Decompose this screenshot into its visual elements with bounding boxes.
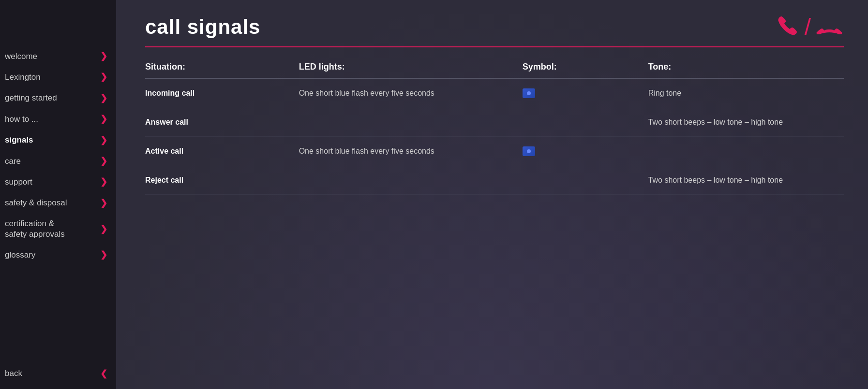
cell-led bbox=[299, 108, 523, 137]
cell-tone: Two short beeps – low tone – high tone bbox=[648, 166, 844, 195]
sidebar-item-welcome[interactable]: welcome❯ bbox=[0, 46, 116, 67]
col-led: LED lights: bbox=[299, 57, 523, 78]
sidebar-item-how-to[interactable]: how to ...❯ bbox=[0, 109, 116, 130]
back-label: back bbox=[5, 368, 22, 379]
cell-symbol bbox=[523, 78, 648, 108]
chevron-right-icon: ❯ bbox=[100, 72, 107, 83]
sidebar-item-label: glossary bbox=[5, 250, 35, 260]
back-button[interactable]: back ❮ bbox=[0, 363, 116, 384]
phone-receive-icon bbox=[778, 14, 801, 39]
cell-led: One short blue flash every five seconds bbox=[299, 78, 523, 108]
sidebar-nav: welcome❯Lexington❯getting started❯how to… bbox=[0, 0, 116, 266]
chevron-right-icon: ❯ bbox=[100, 135, 107, 146]
led-symbol-icon bbox=[523, 88, 535, 98]
sidebar-bottom: back ❮ bbox=[0, 363, 116, 389]
main-header: call signals / bbox=[145, 14, 844, 47]
table-row: Incoming callOne short blue flash every … bbox=[145, 78, 844, 108]
sidebar-item-lexington[interactable]: Lexington❯ bbox=[0, 67, 116, 87]
cell-tone: Two short beeps – low tone – high tone bbox=[648, 108, 844, 137]
slash-divider: / bbox=[805, 15, 811, 39]
chevron-right-icon: ❯ bbox=[100, 249, 107, 260]
table-row: Reject callTwo short beeps – low tone – … bbox=[145, 166, 844, 195]
sidebar-item-label: care bbox=[5, 156, 21, 167]
table-row: Active callOne short blue flash every fi… bbox=[145, 137, 844, 166]
chevron-right-icon: ❯ bbox=[100, 156, 107, 167]
chevron-right-icon: ❯ bbox=[100, 51, 107, 62]
table-row: Answer callTwo short beeps – low tone – … bbox=[145, 108, 844, 137]
chevron-right-icon: ❯ bbox=[100, 93, 107, 104]
cell-symbol bbox=[523, 137, 648, 166]
cell-situation: Reject call bbox=[145, 166, 299, 195]
cell-led: One short blue flash every five seconds bbox=[299, 137, 523, 166]
led-symbol-icon bbox=[523, 146, 535, 156]
sidebar-item-certification[interactable]: certification & safety approvals❯ bbox=[0, 214, 116, 245]
sidebar-item-label: how to ... bbox=[5, 114, 38, 125]
table-header: Situation: LED lights: Symbol: Tone: bbox=[145, 57, 844, 78]
cell-tone: Ring tone bbox=[648, 78, 844, 108]
table-body: Incoming callOne short blue flash every … bbox=[145, 78, 844, 195]
phone-end-icon bbox=[815, 16, 844, 38]
sidebar-item-glossary[interactable]: glossary❯ bbox=[0, 245, 116, 265]
header-icons: / bbox=[778, 14, 844, 39]
sidebar-item-care[interactable]: care❯ bbox=[0, 151, 116, 172]
sidebar-item-signals[interactable]: signals❯ bbox=[0, 130, 116, 151]
chevron-left-icon: ❮ bbox=[100, 368, 107, 379]
cell-situation: Incoming call bbox=[145, 78, 299, 108]
brand-watermark: novero bbox=[866, 264, 868, 292]
col-symbol: Symbol: bbox=[523, 57, 648, 78]
main-content: call signals / Situation: LED lights: Sy… bbox=[116, 0, 868, 389]
chevron-right-icon: ❯ bbox=[100, 224, 107, 235]
cell-tone bbox=[648, 137, 844, 166]
sidebar-item-label: signals bbox=[5, 135, 33, 145]
chevron-right-icon: ❯ bbox=[100, 176, 107, 187]
sidebar-item-getting-started[interactable]: getting started❯ bbox=[0, 88, 116, 109]
sidebar-item-label: safety & disposal bbox=[5, 198, 67, 208]
cell-situation: Active call bbox=[145, 137, 299, 166]
page-title: call signals bbox=[145, 15, 260, 39]
col-situation: Situation: bbox=[145, 57, 299, 78]
chevron-right-icon: ❯ bbox=[100, 114, 107, 125]
sidebar-item-label: certification & safety approvals bbox=[5, 218, 65, 240]
signals-table: Situation: LED lights: Symbol: Tone: Inc… bbox=[145, 57, 844, 195]
cell-symbol bbox=[523, 108, 648, 137]
sidebar-item-safety-disposal[interactable]: safety & disposal❯ bbox=[0, 193, 116, 214]
sidebar-item-label: welcome bbox=[5, 51, 37, 62]
chevron-right-icon: ❯ bbox=[100, 198, 107, 209]
sidebar-item-label: support bbox=[5, 177, 32, 187]
cell-situation: Answer call bbox=[145, 108, 299, 137]
cell-led bbox=[299, 166, 523, 195]
col-tone: Tone: bbox=[648, 57, 844, 78]
cell-symbol bbox=[523, 166, 648, 195]
sidebar-item-support[interactable]: support❯ bbox=[0, 172, 116, 192]
sidebar: welcome❯Lexington❯getting started❯how to… bbox=[0, 0, 116, 389]
sidebar-item-label: Lexington bbox=[5, 72, 41, 83]
sidebar-item-label: getting started bbox=[5, 93, 57, 103]
